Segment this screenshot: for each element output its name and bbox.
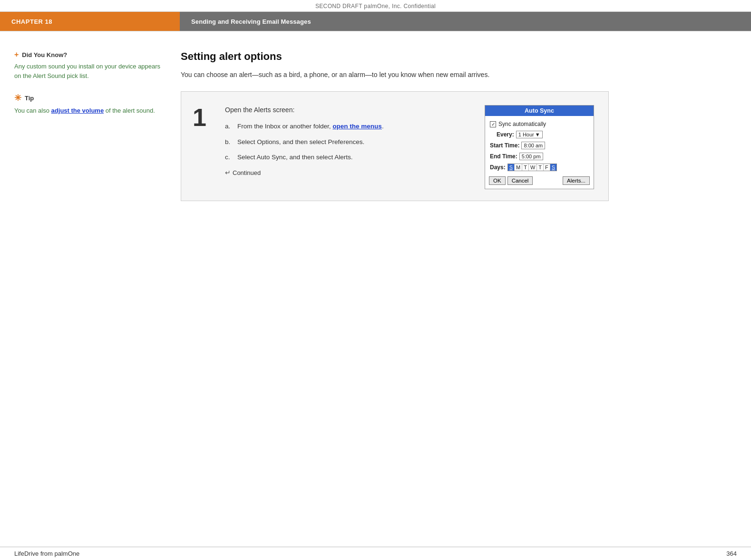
cancel-button[interactable]: Cancel <box>507 176 533 185</box>
open-menus-link[interactable]: open the menus <box>332 123 382 130</box>
sync-checkbox[interactable]: ✓ <box>490 121 496 127</box>
start-time-input[interactable]: 8:00 am <box>521 142 545 149</box>
dialog-start-row: Start Time: 8:00 am <box>485 141 594 150</box>
sidebar: + Did You Know? Any custom sound you ins… <box>14 50 176 201</box>
adjust-volume-link[interactable]: adjust the volume <box>51 107 104 114</box>
tip-title: ✳ Tip <box>14 93 162 103</box>
every-label: Every: <box>497 131 514 138</box>
ok-button[interactable]: OK <box>489 176 506 185</box>
day-sunday[interactable]: S <box>508 164 515 171</box>
chapter-label-text: CHAPTER 18 <box>11 18 52 25</box>
step-box: 1 Open the Alerts screen: a. From the In… <box>181 91 609 201</box>
end-time-input[interactable]: 5:00 pm <box>519 153 543 160</box>
footer-left-text: LifeDrive from palmOne <box>14 550 79 557</box>
step-list-item-a: a. From the Inbox or another folder, ope… <box>225 122 475 131</box>
day-wednesday[interactable]: W <box>529 164 537 171</box>
chapter-label: CHAPTER 18 <box>0 12 180 31</box>
sync-checkbox-label: Sync automatically <box>498 121 546 127</box>
dialog-days-row: Days: S M T W T F S <box>485 163 594 172</box>
footer-page-number: 364 <box>726 550 737 557</box>
days-selector[interactable]: S M T W T F S <box>507 164 557 171</box>
section-title: Setting alert options <box>181 50 737 63</box>
day-monday[interactable]: M <box>515 164 522 171</box>
did-you-know-text: Any custom sound you install on your dev… <box>14 62 162 80</box>
did-you-know-body: Any custom sound you install on your dev… <box>14 63 160 79</box>
dialog-sync-row: ✓ Sync automatically <box>485 120 594 128</box>
step-list: a. From the Inbox or another folder, ope… <box>225 122 475 162</box>
dialog-buttons: OK Cancel Alerts... <box>485 174 594 185</box>
watermark: SECOND DRAFT palmOne, Inc. Confidential <box>0 0 751 11</box>
tip-item: ✳ Tip You can also adjust the volume of … <box>14 93 162 116</box>
start-label: Start Time: <box>490 142 519 149</box>
day-thursday[interactable]: T <box>537 164 544 171</box>
continued-arrow-icon: ↵ <box>225 169 231 176</box>
did-you-know-label: Did You Know? <box>22 51 67 58</box>
day-saturday[interactable]: S <box>550 164 556 171</box>
auto-sync-dialog: Auto Sync ✓ Sync automatically Every: 1 … <box>485 105 594 189</box>
footer-bar: LifeDrive from palmOne 364 <box>0 547 751 560</box>
section-label-text: Sending and Receiving Email Messages <box>191 18 311 25</box>
step-list-a-after: . <box>382 123 384 130</box>
dialog-every-row: Every: 1 Hour ▼ <box>485 130 594 139</box>
start-time-value: 8:00 am <box>524 143 543 148</box>
step-number: 1 <box>193 105 215 189</box>
step-heading: Open the Alerts screen: <box>225 105 475 115</box>
continued: ↵ Continued <box>225 169 475 176</box>
step-list-a-before: From the Inbox or another folder, <box>237 123 332 130</box>
day-tuesday[interactable]: T <box>522 164 529 171</box>
every-dropdown[interactable]: 1 Hour ▼ <box>516 131 543 138</box>
step-list-item-b: b. Select Options, and then select Prefe… <box>225 137 475 147</box>
page-body: + Did You Know? Any custom sound you ins… <box>0 31 751 215</box>
step-list-label-b: b. <box>225 137 234 147</box>
end-time-value: 5:00 pm <box>522 154 541 159</box>
tip-text: You can also adjust the volume of the al… <box>14 106 162 116</box>
tip-text-after: of the alert sound. <box>104 107 155 114</box>
step-list-label-c: c. <box>225 153 234 162</box>
did-you-know-title: + Did You Know? <box>14 50 162 59</box>
main-content: Setting alert options You can choose an … <box>176 50 737 201</box>
step-list-text-a: From the Inbox or another folder, open t… <box>237 122 384 131</box>
section-label: Sending and Receiving Email Messages <box>180 12 751 31</box>
step-content: Open the Alerts screen: a. From the Inbo… <box>225 105 475 189</box>
tip-label: Tip <box>25 95 34 102</box>
step-list-label-a: a. <box>225 122 234 131</box>
dialog-end-row: End Time: 5:00 pm <box>485 152 594 161</box>
step-list-text-b: Select Options, and then select Preferen… <box>237 137 364 147</box>
day-friday[interactable]: F <box>544 164 550 171</box>
did-you-know-item: + Did You Know? Any custom sound you ins… <box>14 50 162 80</box>
dropdown-arrow-icon: ▼ <box>535 132 540 137</box>
step-list-text-c: Select Auto Sync, and then select Alerts… <box>237 153 352 162</box>
section-intro: You can choose an alert—such as a bird, … <box>181 69 552 80</box>
plus-icon: + <box>14 50 19 59</box>
end-label: End Time: <box>490 153 517 160</box>
star-icon: ✳ <box>14 93 21 103</box>
watermark-text: SECOND DRAFT palmOne, Inc. Confidential <box>315 3 436 10</box>
days-label: Days: <box>490 164 506 171</box>
alerts-button[interactable]: Alerts... <box>563 176 590 185</box>
tip-text-before: You can also <box>14 107 51 114</box>
step-list-item-c: c. Select Auto Sync, and then select Ale… <box>225 153 475 162</box>
header-bar: CHAPTER 18 Sending and Receiving Email M… <box>0 11 751 31</box>
dialog-title-bar: Auto Sync <box>485 106 594 116</box>
continued-label: Continued <box>233 169 261 176</box>
every-value: 1 Hour <box>518 132 534 137</box>
